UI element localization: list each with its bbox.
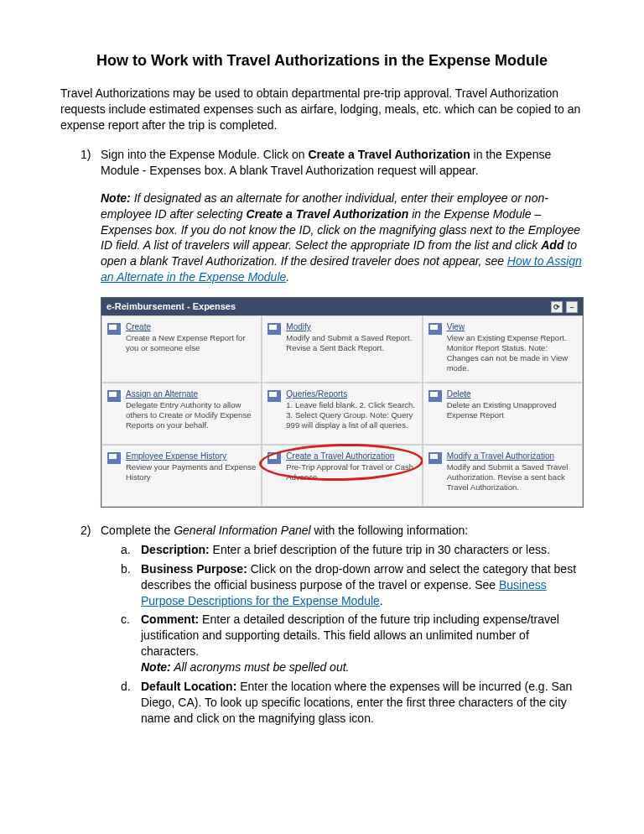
item-label: Default Location: — [141, 680, 236, 693]
panel-cell-body: Modify a Travel AuthorizationModify and … — [447, 451, 577, 498]
panel-cell-title[interactable]: View — [447, 321, 577, 333]
panel-cell-body: Queries/Reports1. Leave field blank. 2. … — [286, 388, 416, 435]
step-list: Sign into the Expense Module. Click on C… — [60, 147, 584, 727]
panel-cell[interactable]: Employee Expense HistoryReview your Paym… — [101, 445, 262, 507]
panel-cell[interactable]: ModifyModify and Submit a Saved Report. … — [262, 315, 422, 383]
step2-lead-a: Complete the — [101, 524, 174, 537]
panel-cell[interactable]: Modify a Travel AuthorizationModify and … — [423, 445, 583, 507]
item-label: Description: — [141, 543, 210, 556]
panel-cell[interactable]: Assign an AlternateDelegate Entry Author… — [101, 383, 262, 445]
panel-cell-desc: Modify and Submit a Saved Report. Revise… — [286, 333, 416, 353]
document-icon — [428, 452, 442, 464]
page-title: How to Work with Travel Authorizations i… — [60, 50, 584, 70]
item-note-text: All acronyms must be spelled out. — [171, 660, 350, 674]
panel-cell-desc: Pre-Trip Approval for Travel or Cash Adv… — [286, 462, 416, 482]
panel-header: e-Reimbursement - Expenses ⟳ – — [101, 298, 583, 315]
panel-cell[interactable]: ViewView an Existing Expense Report. Mon… — [423, 315, 583, 383]
document-icon — [107, 323, 121, 335]
step1-note: Note: If designated as an alternate for … — [101, 190, 584, 285]
step-1: Sign into the Expense Module. Click on C… — [80, 147, 584, 508]
panel-cell-body: Create a Travel AuthorizationPre-Trip Ap… — [286, 451, 416, 498]
panel-grid: CreateCreate a New Expense Report for yo… — [101, 315, 583, 507]
item-label: Comment: — [141, 612, 199, 626]
panel-cell-body: Assign an AlternateDelegate Entry Author… — [126, 388, 256, 435]
panel-cell[interactable]: DeleteDelete an Existing Unapproved Expe… — [423, 383, 583, 445]
panel-cell-title[interactable]: Delete — [447, 388, 577, 400]
panel-cell[interactable]: CreateCreate a New Expense Report for yo… — [101, 315, 262, 383]
panel-cell-body: Employee Expense HistoryReview your Paym… — [126, 451, 256, 498]
panel-header-icons: ⟳ – — [551, 301, 578, 313]
item-text: Enter a detailed description of the futu… — [141, 612, 559, 658]
document-icon — [267, 390, 281, 402]
panel-cell-title[interactable]: Employee Expense History — [126, 451, 256, 462]
step2-item: Business Purpose: Click on the drop-down… — [121, 561, 584, 609]
panel-cell-title[interactable]: Queries/Reports — [286, 388, 416, 400]
step2-item: Comment: Enter a detailed description of… — [121, 612, 584, 675]
expense-panel: e-Reimbursement - Expenses ⟳ – CreateCre… — [101, 297, 584, 508]
panel-cell-title[interactable]: Create — [126, 321, 256, 333]
step2-lead-ital: General Information Panel — [174, 524, 310, 537]
document-icon — [428, 390, 442, 402]
step2-lead-b: with the following information: — [311, 524, 469, 537]
item-text: Enter a brief description of the future … — [210, 543, 550, 556]
panel-cell-title[interactable]: Modify — [286, 321, 416, 333]
panel-cell-title[interactable]: Modify a Travel Authorization — [447, 451, 577, 462]
panel-cell[interactable]: Queries/Reports1. Leave field blank. 2. … — [262, 383, 422, 445]
document-icon — [107, 390, 121, 402]
panel-title: e-Reimbursement - Expenses — [106, 300, 236, 313]
note-bold: Create a Travel Authorization — [247, 207, 409, 221]
panel-minimize-icon[interactable]: – — [566, 301, 578, 313]
document-icon — [107, 452, 121, 464]
step-2: Complete the General Information Panel w… — [80, 523, 584, 727]
panel-cell-desc: View an Existing Expense Report. Monitor… — [447, 333, 577, 373]
note-d: . — [286, 270, 289, 284]
panel-cell-body: ModifyModify and Submit a Saved Report. … — [286, 321, 416, 373]
panel-cell-body: CreateCreate a New Expense Report for yo… — [126, 321, 256, 373]
step1-text-a: Sign into the Expense Module. Click on — [101, 148, 308, 161]
document-page: How to Work with Travel Authorizations i… — [0, 0, 644, 772]
item-label: Business Purpose: — [141, 562, 247, 576]
panel-cell-desc: 1. Leave field blank. 2. Click Search. 3… — [286, 400, 416, 430]
document-icon — [267, 323, 281, 335]
panel-cell-desc: Review your Payments and Expense History — [126, 462, 256, 482]
panel-customize-icon[interactable]: ⟳ — [551, 301, 563, 313]
panel-cell-desc: Modify and Submit a Saved Travel Authori… — [447, 462, 577, 493]
document-icon — [428, 323, 442, 335]
intro-paragraph: Travel Authorizations may be used to obt… — [60, 86, 584, 133]
step1-bold: Create a Travel Authorization — [308, 148, 470, 161]
step2-sublist: Description: Enter a brief description o… — [101, 542, 584, 727]
note-bold2: Add — [541, 238, 564, 252]
panel-cell-title[interactable]: Create a Travel Authorization — [286, 451, 416, 462]
item-text2: . — [380, 594, 383, 607]
panel-cell-desc: Delete an Existing Unapproved Expense Re… — [447, 400, 577, 420]
panel-cell-title[interactable]: Assign an Alternate — [126, 388, 256, 400]
panel-cell-desc: Delegate Entry Authority to allow others… — [126, 400, 256, 430]
step2-item: Description: Enter a brief description o… — [121, 542, 584, 558]
panel-cell-body: ViewView an Existing Expense Report. Mon… — [447, 321, 577, 373]
step2-item: Default Location: Enter the location whe… — [121, 679, 584, 727]
item-note-label: Note: — [141, 660, 171, 674]
note-label: Note: — [101, 191, 131, 205]
panel-cell-desc: Create a New Expense Report for you or s… — [126, 333, 256, 353]
panel-cell-body: DeleteDelete an Existing Unapproved Expe… — [447, 388, 577, 435]
panel-cell[interactable]: Create a Travel AuthorizationPre-Trip Ap… — [262, 445, 422, 507]
document-icon — [267, 452, 281, 464]
